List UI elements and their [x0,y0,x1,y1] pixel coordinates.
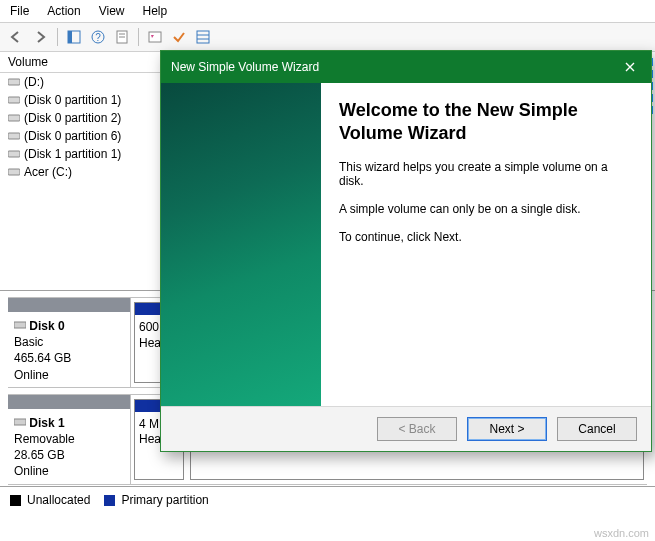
svg-rect-16 [8,169,20,175]
menu-action[interactable]: Action [47,4,80,18]
svg-rect-7 [149,32,161,42]
disk-icon [14,320,26,330]
disk-icon [14,417,26,427]
disk-size: 465.64 GB [14,351,71,365]
volume-label: (Disk 0 partition 6) [24,129,121,143]
panel-icon[interactable] [63,26,85,48]
drive-icon [8,131,20,141]
svg-rect-12 [8,97,20,103]
disk-info[interactable]: Disk 1Removable28.65 GBOnline [8,395,131,484]
volume-label: (Disk 1 partition 1) [24,147,121,161]
list-icon[interactable] [192,26,214,48]
forward-icon[interactable] [30,26,52,48]
disk-name: Disk 0 [29,319,64,333]
watermark: wsxdn.com [594,527,649,539]
volume-label: (Disk 0 partition 2) [24,111,121,125]
svg-rect-18 [14,419,26,425]
volume-label: (D:) [24,75,44,89]
disk-type: Basic [14,335,43,349]
legend-unallocated-label: Unallocated [27,493,90,507]
close-icon[interactable] [619,57,641,77]
partition-status: Hea [139,336,161,350]
back-icon[interactable] [6,26,28,48]
wizard-title: New Simple Volume Wizard [171,60,319,74]
disk-name: Disk 1 [29,416,64,430]
partition-size: 600 [139,320,159,334]
menu-bar: File Action View Help [0,0,655,23]
disk-status: Online [14,368,49,382]
svg-rect-13 [8,115,20,121]
legend-unallocated-swatch [10,495,21,506]
menu-help[interactable]: Help [143,4,168,18]
wizard-sidebar-image [161,83,321,406]
drive-icon [8,167,20,177]
svg-rect-11 [8,79,20,85]
menu-file[interactable]: File [10,4,29,18]
cancel-button[interactable]: Cancel [557,417,637,441]
svg-text:?: ? [95,32,101,43]
wizard-dialog: New Simple Volume Wizard Welcome to the … [160,50,652,452]
disk-size: 28.65 GB [14,448,65,462]
wizard-heading: Welcome to the New Simple Volume Wizard [339,99,633,144]
wizard-content: Welcome to the New Simple Volume Wizard … [321,83,651,406]
disk-status: Online [14,464,49,478]
legend-primary-swatch [104,495,115,506]
volume-label: (Disk 0 partition 1) [24,93,121,107]
wizard-text-1: This wizard helps you create a simple vo… [339,160,633,188]
drive-icon [8,113,20,123]
refresh-icon[interactable] [144,26,166,48]
svg-rect-1 [68,31,72,43]
legend: Unallocated Primary partition [0,487,655,513]
toolbar: ? [0,23,655,52]
properties-icon[interactable] [111,26,133,48]
menu-view[interactable]: View [99,4,125,18]
help-icon[interactable]: ? [87,26,109,48]
back-button[interactable]: < Back [377,417,457,441]
disk-type: Removable [14,432,75,446]
svg-rect-14 [8,133,20,139]
svg-rect-15 [8,151,20,157]
drive-icon [8,95,20,105]
drive-icon [8,149,20,159]
wizard-titlebar[interactable]: New Simple Volume Wizard [161,51,651,83]
svg-rect-17 [14,322,26,328]
wizard-text-2: A simple volume can only be on a single … [339,202,633,216]
disk-info[interactable]: Disk 0Basic465.64 GBOnline [8,298,131,387]
next-button[interactable]: Next > [467,417,547,441]
drive-icon [8,77,20,87]
svg-rect-8 [197,31,209,43]
wizard-button-row: < Back Next > Cancel [161,406,651,451]
wizard-text-3: To continue, click Next. [339,230,633,244]
check-icon[interactable] [168,26,190,48]
legend-primary-label: Primary partition [121,493,208,507]
volume-label: Acer (C:) [24,165,72,179]
